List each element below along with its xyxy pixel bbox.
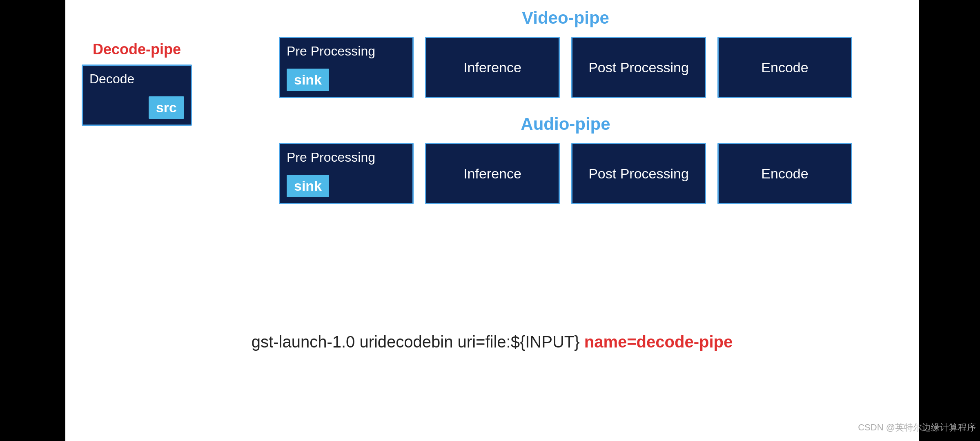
video-encode-label: Encode — [761, 60, 808, 76]
decode-pipe-section: Decode-pipe Decode src — [82, 41, 192, 126]
decode-box: Decode src — [82, 65, 192, 126]
video-pipe-row: Pre Processing sink Inference Post Proce… — [220, 37, 911, 98]
command-highlight-part: name=decode-pipe — [584, 333, 733, 351]
decode-pipe-title: Decode-pipe — [82, 41, 192, 58]
command-line: gst-launch-1.0 uridecodebin uri=file:${I… — [65, 333, 919, 351]
audio-sink-badge: sink — [287, 175, 329, 197]
video-pipe-title: Video-pipe — [522, 8, 609, 27]
audio-postprocessing-box: Post Processing — [571, 143, 706, 204]
video-pipe-header: Video-pipe — [220, 8, 911, 28]
right-black-bar: CSDN @英特尔边缘计算程序 — [919, 0, 980, 441]
watermark: CSDN @英特尔边缘计算程序 — [858, 421, 976, 434]
video-preprocessing-label: Pre Processing — [287, 44, 375, 59]
left-black-bar — [0, 0, 65, 441]
video-encode-box: Encode — [717, 37, 852, 98]
video-sink-badge: sink — [287, 69, 329, 91]
pipeline-area: Video-pipe Pre Processing sink Inference… — [220, 8, 911, 204]
video-postprocessing-label: Post Processing — [588, 60, 689, 76]
video-inference-label: Inference — [463, 60, 521, 76]
decode-box-label: Decode — [89, 71, 134, 87]
audio-pipe-header: Audio-pipe — [220, 114, 911, 134]
audio-encode-label: Encode — [761, 166, 808, 182]
audio-inference-label: Inference — [463, 166, 521, 182]
video-inference-box: Inference — [425, 37, 560, 98]
audio-preprocessing-label: Pre Processing — [287, 150, 375, 165]
src-badge: src — [149, 96, 184, 119]
video-postprocessing-box: Post Processing — [571, 37, 706, 98]
video-preprocessing-box: Pre Processing sink — [279, 37, 414, 98]
audio-pipe-row: Pre Processing sink Inference Post Proce… — [220, 143, 911, 204]
audio-encode-box: Encode — [717, 143, 852, 204]
audio-inference-box: Inference — [425, 143, 560, 204]
command-normal-part: gst-launch-1.0 uridecodebin uri=file:${I… — [252, 333, 584, 351]
audio-pipe-title: Audio-pipe — [521, 114, 610, 134]
main-content: Decode-pipe Decode src Video-pipe Pre Pr… — [65, 0, 919, 441]
audio-preprocessing-box: Pre Processing sink — [279, 143, 414, 204]
audio-pipe-section: Audio-pipe Pre Processing sink Inference… — [220, 114, 911, 204]
audio-postprocessing-label: Post Processing — [588, 166, 689, 182]
